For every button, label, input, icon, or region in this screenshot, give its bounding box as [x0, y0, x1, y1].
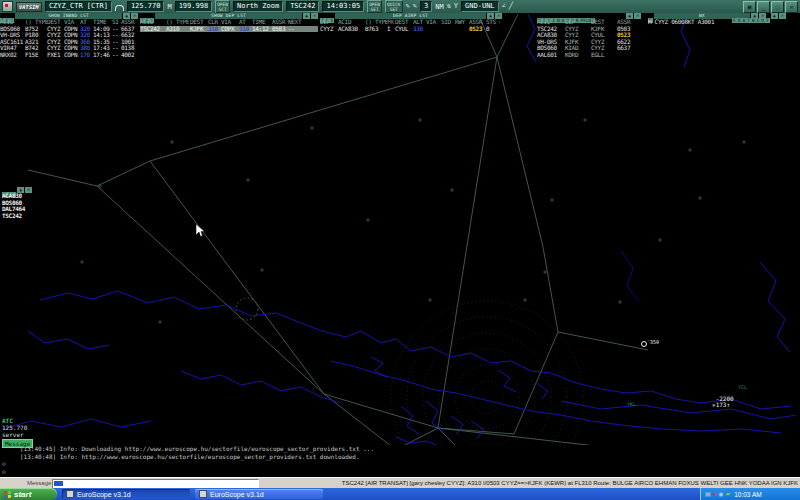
- title-bar: VATSIM CZYZ_CTR [CTR] 125.770 M 199.998 …: [0, 0, 800, 13]
- list-minimize-button[interactable]: ▲: [303, 13, 310, 19]
- pencil-icon[interactable]: ✎: [406, 2, 410, 11]
- callsign-box[interactable]: CZYZ_CTR [CTR]: [45, 1, 112, 12]
- range-unit: NM: [435, 3, 443, 11]
- app-icon: [199, 490, 207, 498]
- voice-server: server: [2, 431, 33, 438]
- list-row[interactable]: TSC242A310KJFK310COPX31014:120503--: [140, 26, 318, 33]
- log-level: Error:: [60, 468, 85, 475]
- message-tab[interactable]: Message: [2, 439, 33, 448]
- display-mode-box[interactable]: North Zoom: [233, 1, 283, 12]
- maximize-button[interactable]: □: [771, 1, 784, 13]
- sector-list: DTSINOUORPFLNT▲✕ ACIDDEPDESTASSRTSC242CY…: [537, 13, 641, 58]
- angle-tool-icon[interactable]: ∠: [502, 2, 506, 11]
- list-cell: CYUL: [395, 26, 413, 33]
- radar-target[interactable]: ✳-2200173↑: [712, 396, 734, 408]
- list-cell: I: [387, 26, 395, 33]
- voice-frequency[interactable]: 125.770: [2, 424, 33, 431]
- controller-strip: FOATBSOT▲✕: [732, 13, 798, 19]
- taskbar-window-2[interactable]: EuroScope v3.1d: [195, 489, 323, 499]
- minimize-button[interactable]: _: [757, 1, 770, 13]
- start-button[interactable]: start: [0, 488, 57, 500]
- euroscope-window: VATSIM CZYZ_CTR [CTR] 125.770 M 199.998 …: [0, 0, 800, 500]
- list-row[interactable]: AAL601KORDEGLL: [537, 52, 641, 59]
- atc-label: ATC: [2, 417, 33, 424]
- log-line: [13:40:48] Info: http://www.euroscope.hu…: [0, 453, 800, 461]
- message-label: Message:: [27, 480, 53, 486]
- taskbar-window-1[interactable]: EuroScope v3.1d: [62, 489, 190, 499]
- list-filter-button[interactable]: T: [765, 18, 770, 23]
- selected-aircraft-box[interactable]: TSC242: [286, 1, 319, 12]
- list-close-button[interactable]: ✕: [311, 13, 318, 19]
- primary-frequency[interactable]: 125.770: [127, 1, 165, 12]
- list-cell: KJFK: [190, 26, 208, 33]
- column-label: VIA: [426, 19, 441, 26]
- close-button[interactable]: ✕: [785, 1, 798, 13]
- aircraft-quick-list: FAW▲✕ ACA830BOS060DAL7464TSC242: [2, 187, 42, 219]
- voice-panel: ATC 125.770 server Message: [2, 417, 33, 448]
- list-cell: EGLL: [591, 52, 617, 59]
- flightplan-status-text: TSC242 [AIR TRANSAT] [gary chesley CYYZ]…: [263, 480, 798, 486]
- waypoint-label: YCL: [738, 385, 747, 390]
- fix-marks: [80, 118, 746, 324]
- grid-button[interactable]: ▦: [743, 1, 756, 13]
- list-cell: AAL601: [537, 52, 565, 59]
- open-set-button[interactable]: OPENSET: [367, 0, 382, 13]
- pencil-icon[interactable]: ✎: [413, 2, 417, 11]
- list-cell: 4002: [121, 52, 136, 59]
- list-cell: 6637: [617, 45, 637, 52]
- list-close-button[interactable]: ✕: [25, 187, 32, 193]
- quick-list-row[interactable]: TSC242: [2, 213, 42, 220]
- list-cell: 14:12: [252, 26, 272, 33]
- mouse-cursor: [196, 224, 205, 237]
- euroscope-logo-icon: [2, 1, 13, 12]
- column-label: SID: [441, 19, 455, 26]
- log-line: ⊙[13:50:44] Error: No file to play item …: [0, 468, 800, 476]
- list-cell: F15E: [25, 52, 47, 59]
- inbound-list: IFSSHOW INBND LST▲✕ ACID() TYPEDESTVIAAT…: [0, 13, 138, 58]
- line-tool-icon[interactable]: ╱: [509, 2, 513, 11]
- sector-boundaries: [28, 14, 648, 460]
- list-minimize-button[interactable]: ▲: [771, 13, 778, 19]
- system-tray: ▤ ● ◉ ▰ 10:03 AM: [700, 488, 800, 500]
- log-level: Info:: [60, 453, 82, 460]
- list-cell: 0503: [272, 26, 288, 33]
- target-datablock: -2200173↑: [716, 396, 734, 408]
- range-value[interactable]: 3: [420, 1, 432, 12]
- app-icon: [66, 490, 74, 498]
- list-close-button[interactable]: ✕: [779, 13, 786, 19]
- radar-target[interactable]: ‾350: [641, 339, 659, 348]
- list-cell: 170: [80, 52, 93, 59]
- waypoint-label: YKL: [627, 402, 636, 407]
- radar-map: [0, 13, 800, 477]
- tray-icon-1[interactable]: ▤: [705, 491, 711, 497]
- target-datablock-line: 173↑: [716, 402, 734, 408]
- tray-icon-3[interactable]: ◉: [718, 491, 723, 497]
- log-timestamp: [13:50:41]: [10, 460, 60, 467]
- list-filter-button[interactable]: B: [751, 18, 756, 23]
- windows-logo-icon: [4, 490, 11, 498]
- log-text: Downloading http://www.euroscope.hu/sect…: [81, 445, 374, 452]
- tray-clock: 10:03 AM: [734, 491, 761, 498]
- quick-set-button[interactable]: QUICKSET: [385, 0, 403, 13]
- list-cell: ACA830: [338, 26, 365, 33]
- list-cell: NRX02: [0, 52, 25, 59]
- log-level: Error:: [60, 460, 85, 467]
- list-filter-button[interactable]: F: [732, 18, 737, 23]
- list-row[interactable]: NRX02F15EFXE1COPN17017:46--4002: [0, 52, 138, 59]
- log-line: [13:40:45] Info: Downloading http://www.…: [0, 445, 800, 453]
- list-cell: 310: [208, 26, 221, 33]
- list-cell: KORD: [565, 52, 591, 59]
- tray-icon-4[interactable]: ▰: [726, 491, 731, 497]
- open-sct-button[interactable]: OPENSCT: [215, 0, 230, 13]
- holding-pattern: [236, 298, 258, 320]
- mode-indicator: M: [167, 3, 171, 11]
- controller-strip-header: FOATBSOT▲✕: [732, 13, 798, 19]
- list-cell: 310: [239, 26, 252, 33]
- input-selection: [54, 481, 63, 486]
- altitude-filter-box[interactable]: GND-UNL: [461, 1, 499, 12]
- target-altitude-label: ‾350: [647, 339, 659, 345]
- tray-icon-2[interactable]: ●: [713, 491, 717, 497]
- list-row[interactable]: CYYZACA830B763ICYUL33005230: [320, 26, 502, 33]
- vatsim-logo: VATSIM: [16, 2, 42, 12]
- coastlines: [2, 14, 796, 447]
